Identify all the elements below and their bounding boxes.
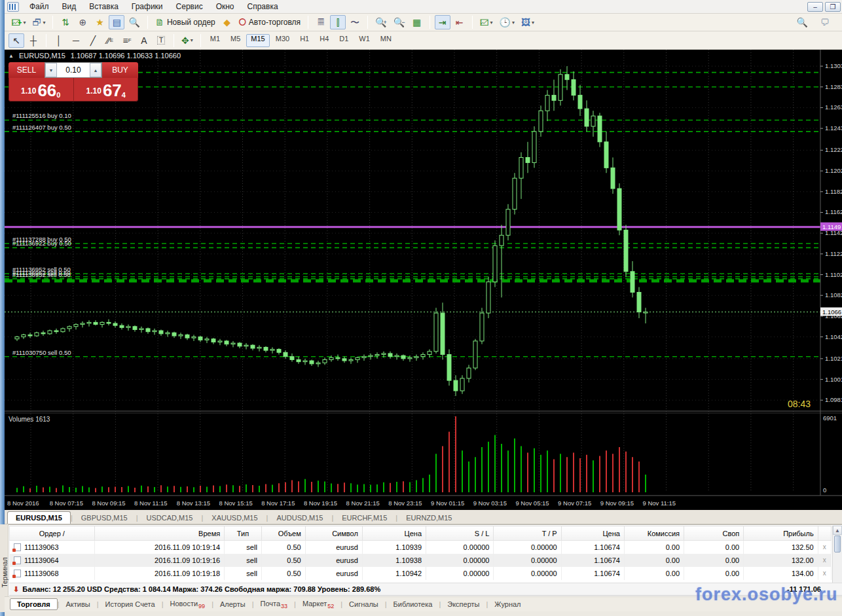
terminal-tab-4[interactable]: Алерты (213, 599, 252, 609)
sell-button[interactable]: SELL (9, 62, 45, 78)
buy-price[interactable]: 1.10674 (73, 78, 139, 101)
autotrading-button[interactable]: 🞆 Авто-торговля (236, 15, 303, 29)
horizontal-line-icon[interactable]: ─ (68, 33, 84, 48)
minimize-button[interactable]: – (807, 2, 823, 12)
chat-icon[interactable]: 🗩 (817, 15, 833, 29)
column-header-9[interactable]: Комиссия (624, 526, 684, 541)
table-scrollbar[interactable]: ▲ (832, 526, 842, 583)
text-label-icon[interactable]: T (153, 33, 169, 48)
timeframe-h1[interactable]: H1 (295, 34, 314, 47)
volume-stepper[interactable]: ▼ 0.10 ▲ (45, 62, 102, 78)
candlestick-chart[interactable]: #111125516 buy 0.10#111126407 buy 0.50#1… (5, 50, 842, 510)
chart-tab-eurnzd[interactable]: EURNZD,M15 (397, 511, 460, 524)
data-window-icon[interactable]: ⊕ (75, 15, 90, 29)
table-row[interactable]: 1111390632016.11.09 10:19:14sell0.50euru… (10, 541, 832, 554)
new-order-button[interactable]: 🗎 Новый ордер (153, 15, 218, 29)
sell-price[interactable]: 1.10660 (9, 78, 73, 101)
chart-tab-eurchf[interactable]: EURCHF,M15 (333, 511, 395, 524)
restore-button[interactable]: ❐ (825, 2, 841, 12)
column-header-10[interactable]: Своп (684, 526, 744, 541)
zoom-in-icon[interactable]: 🔍+ (373, 15, 390, 29)
menu-item-1[interactable]: Вид (56, 1, 83, 12)
scroll-thumb[interactable] (834, 535, 841, 553)
terminal-tab-9[interactable]: Эксперты (441, 599, 486, 609)
timeframe-m30[interactable]: M30 (271, 34, 294, 47)
column-header-5[interactable]: Цена (362, 526, 426, 541)
chart-tab-audusd[interactable]: AUDUSD,M15 (268, 511, 331, 524)
search-icon[interactable]: 🔍 (794, 15, 811, 29)
chart-bars-icon[interactable]: 𝄜 (313, 15, 329, 29)
column-header-12[interactable] (818, 526, 831, 541)
chart-line-icon[interactable]: 〜 (347, 15, 363, 29)
trendline-icon[interactable]: ╱ (85, 33, 101, 48)
table-row[interactable]: 1111390682016.11.09 10:19:18sell0.50euru… (10, 567, 832, 580)
menu-item-2[interactable]: Вставка (82, 1, 125, 12)
chart-tab-gbpusd[interactable]: GBPUSD,M15 (73, 511, 136, 524)
navigator-icon[interactable]: ★ (92, 15, 107, 29)
timeframe-d1[interactable]: D1 (335, 34, 353, 47)
terminal-tab-2[interactable]: История Счета (99, 599, 162, 609)
timeframe-m5[interactable]: M5 (226, 34, 245, 47)
auto-scroll-icon[interactable]: ⇥ (435, 15, 450, 29)
terminal-tab-10[interactable]: Журнал (488, 599, 527, 609)
column-header-8[interactable]: Цена (561, 526, 624, 541)
chart-shift-icon[interactable]: ⇤ (452, 15, 467, 29)
volume-up-icon[interactable]: ▲ (90, 63, 101, 77)
timeframe-w1[interactable]: W1 (354, 34, 375, 47)
chart-candles-icon[interactable]: ⫿ (330, 15, 346, 29)
cursor-icon[interactable]: ↖ (9, 33, 24, 48)
chart-area[interactable]: #111125516 buy 0.10#111126407 buy 0.50#1… (5, 50, 842, 510)
profiles-button[interactable]: 🗗▾ (29, 15, 48, 29)
text-icon[interactable]: A (136, 33, 152, 48)
scroll-up-icon[interactable]: ▲ (833, 526, 842, 535)
terminal-tab-1[interactable]: Активы (60, 599, 97, 609)
strategy-tester-icon[interactable]: 🔍 (126, 15, 142, 29)
terminal-tab-7[interactable]: Сигналы (342, 599, 385, 609)
menu-item-0[interactable]: Файл (23, 1, 56, 12)
column-header-6[interactable]: S / L (426, 526, 494, 541)
volume-down-icon[interactable]: ▼ (45, 63, 57, 77)
close-position-icon[interactable]: x (818, 541, 831, 554)
chart-tab-usdcad[interactable]: USDCAD,M15 (138, 511, 202, 524)
column-header-1[interactable]: Время (94, 526, 225, 541)
column-header-11[interactable]: Прибыль (744, 526, 818, 541)
close-position-icon[interactable]: x (818, 554, 831, 567)
timeframe-mn[interactable]: MN (376, 34, 396, 47)
collapse-chart-icon[interactable]: ▲ (9, 53, 14, 59)
menu-item-4[interactable]: Сервис (170, 1, 210, 12)
column-header-2[interactable]: Тип (225, 526, 262, 541)
indicators-button[interactable]: 🗠▾ (477, 15, 496, 29)
table-row[interactable]: 1111390642016.11.09 10:19:16sell0.50euru… (10, 554, 832, 567)
terminal-tab-5[interactable]: Почта33 (254, 598, 295, 611)
terminal-toggle-icon[interactable]: ▤ (109, 15, 124, 29)
expert-seal-icon[interactable]: ◆ (219, 15, 235, 29)
tile-windows-icon[interactable]: ▦ (409, 15, 425, 29)
terminal-tab-6[interactable]: Маркет52 (296, 598, 340, 611)
timeframe-m1[interactable]: M1 (206, 34, 225, 47)
zoom-out-icon[interactable]: 🔍− (391, 15, 408, 29)
crosshair-icon[interactable]: ┼ (26, 33, 41, 48)
buy-button[interactable]: BUY (102, 62, 138, 78)
terminal-tab-8[interactable]: Библиотека (387, 599, 439, 609)
menu-item-3[interactable]: Графики (125, 1, 170, 12)
periods-button[interactable]: 🕒▾ (497, 15, 517, 29)
column-header-7[interactable]: T / P (494, 526, 561, 541)
templates-button[interactable]: 🖼▾ (519, 15, 537, 29)
chart-tab-xauusd[interactable]: XAUUSD,M15 (203, 511, 266, 524)
volume-value[interactable]: 0.10 (57, 65, 90, 75)
terminal-tab-3[interactable]: Новости99 (164, 598, 212, 611)
channel-icon[interactable]: ∕∕E (102, 33, 118, 48)
fibonacci-icon[interactable]: ≡F (119, 33, 135, 48)
menu-item-5[interactable]: Окно (210, 1, 241, 12)
close-position-icon[interactable]: x (818, 567, 831, 580)
chart-tab-eurusd[interactable]: EURUSD,M15 (7, 511, 71, 524)
timeframe-m15[interactable]: M15 (246, 34, 269, 47)
vertical-line-icon[interactable]: │ (51, 33, 67, 48)
market-watch-icon[interactable]: ⇅ (58, 15, 73, 29)
terminal-tab-0[interactable]: Торговля (10, 598, 58, 610)
arrows-button[interactable]: ✥▾ (179, 33, 196, 48)
timeframe-h4[interactable]: H4 (315, 34, 333, 47)
new-chart-button[interactable]: 🗠+▾ (9, 15, 28, 29)
column-header-3[interactable]: Объем (261, 526, 305, 541)
column-header-4[interactable]: Символ (305, 526, 362, 541)
